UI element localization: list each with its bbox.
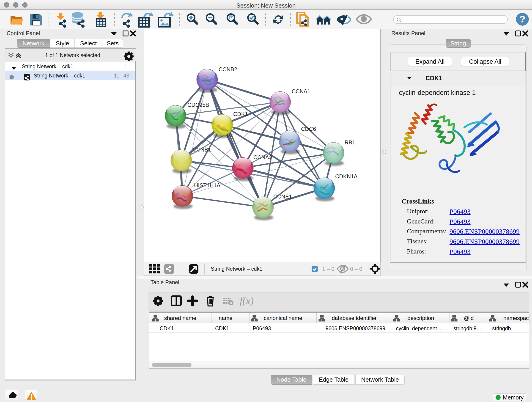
svg-text:CCNA1: CCNA1 xyxy=(292,88,310,95)
svg-text:CDKN1A: CDKN1A xyxy=(335,173,357,179)
svg-text:CCNA2: CCNA2 xyxy=(253,154,272,160)
svg-text:RB1: RB1 xyxy=(345,139,355,146)
svg-text:CCNE1: CCNE1 xyxy=(273,193,292,200)
svg-text:HIST1H1A: HIST1H1A xyxy=(194,182,220,188)
svg-text:CDC6: CDC6 xyxy=(301,126,316,132)
svg-text:CDK1: CDK1 xyxy=(233,111,248,117)
svg-text:CCNB2: CCNB2 xyxy=(219,66,237,72)
svg-text:CDC25B: CDC25B xyxy=(187,102,209,108)
svg-text:CCNB1: CCNB1 xyxy=(192,147,211,153)
svg-text:?: ? xyxy=(519,14,525,25)
